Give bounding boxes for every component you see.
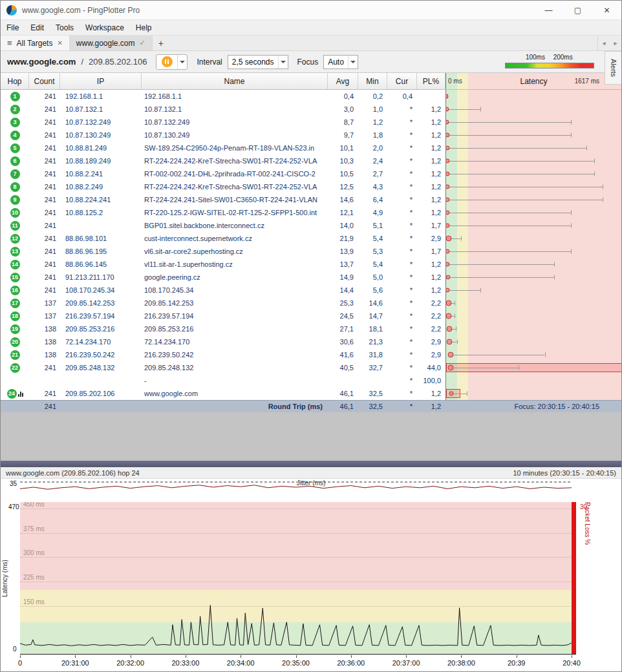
hamburger-icon[interactable]: ≡ xyxy=(7,38,12,48)
column-header-min[interactable]: Min xyxy=(358,73,387,89)
column-header-ip[interactable]: IP xyxy=(60,73,142,89)
jitter-graph[interactable]: 35 Jitter (ms) xyxy=(1,479,621,502)
table-row[interactable]: 1224188.86.98.101cust-interconnect.super… xyxy=(1,232,621,245)
tab-scroll-right-icon[interactable]: ▸ xyxy=(610,36,621,50)
table-row[interactable]: 22241209.85.248.132209.85.248.13240,532,… xyxy=(1,361,621,374)
tab-scroll-left-icon[interactable]: ◂ xyxy=(598,36,610,50)
tab-www-google-com[interactable]: www.google.com✓ xyxy=(70,36,153,50)
latency-avg-marker xyxy=(445,288,450,293)
menu-workspace[interactable]: Workspace xyxy=(80,20,130,35)
pause-button[interactable] xyxy=(156,55,177,69)
time-tick xyxy=(351,655,352,658)
table-row[interactable]: 21138216.239.50.242216.239.50.24241,631,… xyxy=(1,348,621,361)
table-row[interactable]: 1324188.86.96.195vl6.sit-ar-core2.superh… xyxy=(1,245,621,258)
table-row[interactable]: 1424188.86.96.145vl11.sit-ar-1.superhost… xyxy=(1,258,621,271)
table-row[interactable]: 424110.87.130.24910.87.130.2499,71,8*1,2 xyxy=(1,129,621,142)
table-row[interactable]: -*100,0 xyxy=(1,374,621,387)
hop-number-badge: 4 xyxy=(10,131,20,140)
target-name: www.google.com xyxy=(7,57,76,67)
hop-cell: 15 xyxy=(1,271,29,284)
count-cell: 241 xyxy=(29,361,60,374)
name-cell: RT-224-224.242-KreT-Strecha-SW01-RT-224-… xyxy=(142,154,328,167)
tab-close-icon[interactable]: ✕ xyxy=(57,39,62,47)
maximize-button[interactable]: ▢ xyxy=(563,1,592,19)
pane-splitter[interactable] xyxy=(1,461,621,467)
pause-dropdown-button[interactable] xyxy=(177,55,187,69)
table-row[interactable]: 624110.88.189.249RT-224-224.242-KreT-Str… xyxy=(1,154,621,167)
table-row[interactable]: 924110.88.224.241RT-224-224.241-Sitel-SW… xyxy=(1,193,621,206)
menu-edit[interactable]: Edit xyxy=(25,20,50,35)
latency-avg-marker xyxy=(445,262,450,267)
min-cell xyxy=(358,374,387,387)
whisker-end-cap xyxy=(554,262,555,267)
column-header-count[interactable]: Count xyxy=(29,73,60,89)
minimize-button[interactable]: — xyxy=(534,1,563,19)
table-row[interactable]: 1524191.213.211.170google.peering.cz14,9… xyxy=(1,271,621,284)
hop-number-badge: 13 xyxy=(10,247,20,257)
table-row[interactable]: 11241BGP01.sitel.backbone.interconnect.c… xyxy=(1,219,621,232)
ip-cell: 10.88.2.241 xyxy=(60,167,142,180)
column-header-name[interactable]: Name xyxy=(142,73,328,89)
table-row[interactable]: 724110.88.2.241RT-002-002.241-DHL-2prihr… xyxy=(1,167,621,180)
column-header-latency[interactable]: 0 ms Latency 1617 ms xyxy=(445,73,621,89)
whisker-end-cap xyxy=(456,327,456,331)
latency-scale-min: 0 ms xyxy=(448,78,462,85)
whisker-end-cap xyxy=(480,107,481,112)
timeline-plot[interactable]: 450 ms375 ms300 ms225 ms150 ms xyxy=(20,502,576,655)
table-row[interactable]: 524110.88.81.249SW-189.254-C2950-24p-Pen… xyxy=(1,142,621,154)
table-row[interactable]: 18137216.239.57.194216.239.57.19424,514,… xyxy=(1,310,621,322)
focus-select[interactable]: Auto xyxy=(323,55,358,69)
table-row[interactable]: 17137209.85.142.253209.85.142.25325,314,… xyxy=(1,297,621,310)
hop-cell: 14 xyxy=(1,258,29,271)
table-row[interactable]: 16241108.170.245.34108.170.245.3414,45,6… xyxy=(1,284,621,297)
whisker-end-cap xyxy=(519,366,519,370)
hop-cell xyxy=(1,374,29,387)
y-axis-min-label: 0 xyxy=(13,646,17,653)
table-row[interactable]: 19138209.85.253.216209.85.253.21627,118,… xyxy=(1,322,621,335)
hop-number-badge: 6 xyxy=(10,156,20,166)
table-row[interactable]: 2013872.14.234.17072.14.234.17030,621,3*… xyxy=(1,335,621,348)
column-header-cur[interactable]: Cur xyxy=(387,73,417,89)
menu-tools[interactable]: Tools xyxy=(50,20,80,35)
hop-cell: 12 xyxy=(1,232,29,245)
time-tick-label: 20:32:00 xyxy=(116,659,144,667)
pl-cell: 1,2 xyxy=(417,142,445,154)
table-row[interactable]: 824110.88.2.249RT-224-224.242-KreT-Strec… xyxy=(1,180,621,193)
tab-all-targets[interactable]: ≡All Targets✕ xyxy=(1,36,70,50)
menu-help[interactable]: Help xyxy=(130,20,158,35)
name-cell: 10.87.132.249 xyxy=(142,116,328,129)
ip-cell xyxy=(60,219,142,232)
window-title: www.google.com - PingPlotter Pro xyxy=(22,6,140,15)
whisker-end-cap xyxy=(461,236,462,241)
column-header-pl[interactable]: PL% xyxy=(417,73,445,89)
alerts-tab[interactable]: Alerts xyxy=(605,51,621,85)
table-row[interactable]: 324110.87.132.24910.87.132.2498,71,2*1,2 xyxy=(1,116,621,129)
close-button[interactable]: ✕ xyxy=(592,1,621,19)
pl-cell: 2,2 xyxy=(417,297,445,310)
interval-select[interactable]: 2,5 seconds xyxy=(228,55,288,69)
summary-pl: 1,2 xyxy=(417,401,445,412)
legend-gradient-bar xyxy=(505,63,594,68)
pl-cell: 1,2 xyxy=(417,206,445,219)
latency-cell xyxy=(445,284,621,297)
latency-avg-marker xyxy=(445,120,449,125)
whisker-end-cap xyxy=(571,120,572,125)
latency-avg-marker xyxy=(446,300,452,306)
avg-cell: 10,5 xyxy=(328,167,358,180)
pl-cell: 1,2 xyxy=(417,180,445,193)
table-row[interactable]: 224110.87.132.110.87.132.13,01,0*1,2 xyxy=(1,103,621,116)
avg-cell: 3,0 xyxy=(328,103,358,116)
target-separator: / xyxy=(81,57,83,67)
focus-value: Auto xyxy=(324,58,348,67)
ip-cell: 10.87.132.249 xyxy=(60,116,142,129)
table-row[interactable]: 1024110.88.125.2RT-220-125.2-IGW-SITEL-0… xyxy=(1,206,621,219)
ip-cell: 209.85.253.216 xyxy=(60,322,142,335)
column-header-hop[interactable]: Hop xyxy=(1,73,29,89)
new-tab-button[interactable]: + xyxy=(153,36,169,50)
column-header-avg[interactable]: Avg xyxy=(328,73,358,89)
cur-cell: * xyxy=(387,258,417,271)
table-row[interactable]: 24241209.85.202.106www.google.com46,132,… xyxy=(1,387,621,400)
chevron-down-icon xyxy=(348,56,358,68)
menu-file[interactable]: File xyxy=(1,20,25,35)
table-row[interactable]: 1241192.168.1.1192.168.1.10,40,20,4 xyxy=(1,90,621,103)
